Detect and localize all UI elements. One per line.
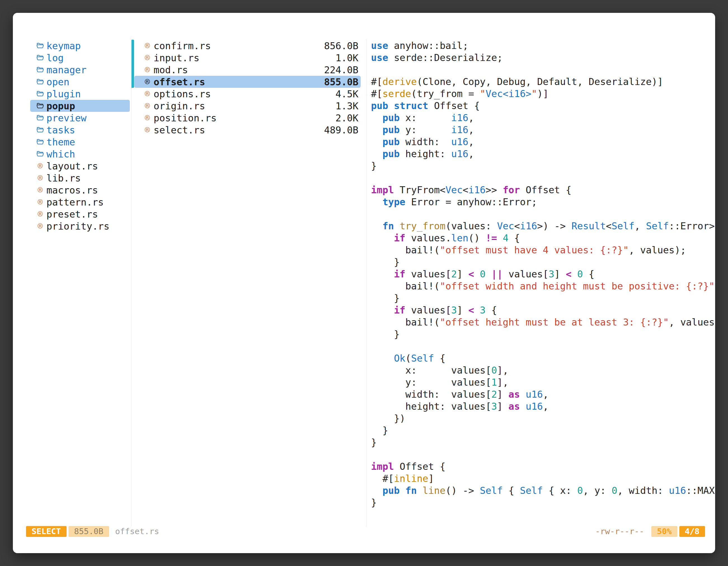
code-token: "offset must have 4 values: {:?}" [440, 245, 629, 256]
code-token: values[ [405, 269, 451, 280]
code-token: #[ [371, 473, 394, 484]
code-token: y: values[ [371, 377, 491, 388]
code-token: if [394, 233, 405, 244]
sidebar-item-keymap[interactable]: keymap [30, 40, 130, 52]
file-size: 1.3K [335, 100, 358, 112]
status-right: -rw-r--r-- 50% 4/8 [595, 526, 705, 537]
code-token [371, 233, 394, 244]
code-line: fn try_from(values: Vec<i16>) -> Result<… [371, 220, 715, 232]
code-token: Self [646, 220, 669, 232]
sidebar-item-preview[interactable]: preview [30, 112, 130, 124]
code-token: Self [612, 220, 635, 232]
code-token: { [583, 269, 595, 280]
file-row-position-rs[interactable]: ®position.rs2.0K [134, 112, 361, 124]
item-label: which [46, 149, 75, 160]
sidebar-item-macros-rs[interactable]: ®macros.rs [30, 184, 130, 196]
code-token: pub [371, 100, 388, 111]
sidebar-item-preset-rs[interactable]: ®preset.rs [30, 208, 130, 220]
code-line: bail!("offset height must be at least 3:… [371, 316, 715, 328]
code-token: () -> [445, 485, 480, 496]
file-row-mod-rs[interactable]: ®mod.rs224.0B [134, 64, 361, 76]
file-size: 2.0K [335, 112, 358, 124]
file-size: 855.0B [324, 76, 358, 88]
code-line: if values[2] < 0 || values[3] < 0 { [371, 268, 715, 280]
code-token: " [480, 88, 485, 99]
sidebar-item-popup[interactable]: popup [30, 100, 130, 112]
code-token: pub [382, 485, 400, 496]
sidebar-item-priority-rs[interactable]: ®priority.rs [30, 220, 130, 232]
code-token: bail!( [371, 281, 440, 292]
file-manager-window: keymaplogmanageropenpluginpopuppreviewta… [13, 13, 715, 553]
rust-icon: ® [36, 174, 44, 182]
sidebar-item-manager[interactable]: manager [30, 64, 130, 76]
code-token: 0 [577, 269, 583, 280]
code-token: < [468, 269, 474, 280]
code-token: , [468, 148, 474, 159]
code-token: serde [382, 88, 411, 99]
sidebar-item-pattern-rs[interactable]: ®pattern.rs [30, 196, 130, 208]
code-token: width: values[ [371, 389, 491, 400]
rust-icon: ® [144, 54, 151, 62]
code-token: 0 [612, 485, 617, 496]
file-row-options-rs[interactable]: ®options.rs4.5K [134, 88, 361, 100]
code-token: ::Error> { [669, 220, 715, 232]
sidebar-item-tasks[interactable]: tasks [30, 124, 130, 136]
code-token: line [422, 485, 445, 496]
code-token [371, 269, 394, 280]
file-row-confirm-rs[interactable]: ®confirm.rs856.0B [134, 40, 361, 52]
code-token: 3 [491, 401, 497, 412]
file-row-input-rs[interactable]: ®input.rs1.0K [134, 52, 361, 64]
code-token: ] [428, 473, 434, 484]
code-token: } [371, 160, 377, 172]
file-row-origin-rs[interactable]: ®origin.rs1.3K [134, 100, 361, 112]
code-line [371, 340, 715, 352]
code-token: Vec [445, 184, 462, 196]
code-token: derive [382, 76, 417, 87]
file-row-select-rs[interactable]: ®select.rs489.0B [134, 124, 361, 136]
code-token [371, 136, 382, 147]
code-line: height: values[3] as u16, [371, 400, 715, 412]
code-token: Error = anyhow::Error; [405, 196, 537, 208]
sidebar-item-open[interactable]: open [30, 76, 130, 88]
code-line: #[derive(Clone, Copy, Debug, Default, De… [371, 76, 715, 88]
sidebar-item-log[interactable]: log [30, 52, 130, 64]
code-token: )] [537, 88, 549, 99]
sidebar-item-layout-rs[interactable]: ®layout.rs [30, 160, 130, 172]
status-bar: SELECT 855.0B offset.rs -rw-r--r-- 50% 4… [26, 526, 705, 537]
file-name: confirm.rs [154, 40, 211, 51]
sidebar-item-theme[interactable]: theme [30, 136, 130, 148]
file-size: 1.0K [335, 52, 358, 64]
code-token: 4 [503, 233, 508, 244]
code-token [520, 401, 525, 412]
code-token: if [394, 269, 405, 280]
code-token: anyhow::bail; [388, 40, 468, 51]
code-line: y: values[1], [371, 376, 715, 388]
item-label: macros.rs [46, 185, 98, 196]
code-token [371, 220, 382, 232]
rust-icon: ® [144, 90, 151, 98]
sidebar-item-which[interactable]: which [30, 148, 130, 160]
item-label: priority.rs [46, 221, 109, 232]
item-label: preset.rs [46, 209, 98, 220]
code-token: use [371, 40, 388, 51]
code-line: } [371, 436, 715, 448]
item-label: pattern.rs [46, 197, 104, 208]
code-token: 3 [451, 304, 457, 316]
sidebar-item-plugin[interactable]: plugin [30, 88, 130, 100]
file-name: offset.rs [154, 76, 205, 88]
rust-icon: ® [36, 186, 44, 194]
file-row-offset-rs[interactable]: ®offset.rs855.0B [134, 76, 361, 88]
sidebar-item-lib-rs[interactable]: ®lib.rs [30, 172, 130, 184]
code-token [371, 485, 382, 496]
code-line: Ok(Self { [371, 352, 715, 364]
code-line [371, 208, 715, 220]
file-size: 489.0B [324, 125, 358, 136]
file-size: 856.0B [324, 40, 358, 51]
scrollbar[interactable] [131, 40, 134, 88]
code-token: values. [405, 233, 451, 244]
code-token: 2 [491, 389, 497, 400]
status-filename: offset.rs [115, 527, 159, 536]
item-label: theme [46, 137, 75, 148]
code-line: }) [371, 412, 715, 424]
code-token: values[ [405, 304, 451, 316]
